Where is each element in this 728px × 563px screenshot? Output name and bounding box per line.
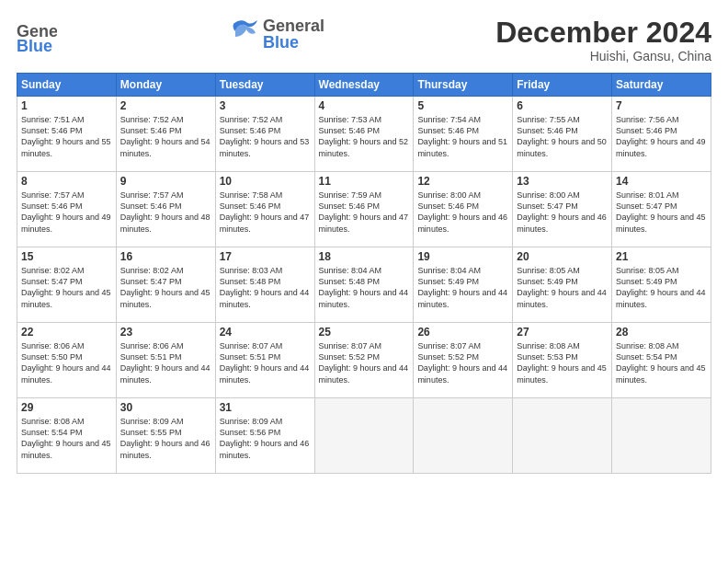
- calendar-cell: 28 Sunrise: 8:08 AMSunset: 5:54 PMDaylig…: [612, 323, 711, 398]
- day-info: Sunrise: 8:07 AMSunset: 5:52 PMDaylight:…: [319, 340, 410, 385]
- bird-logo: [228, 17, 263, 52]
- calendar-cell: 4 Sunrise: 7:53 AMSunset: 5:46 PMDayligh…: [314, 97, 414, 172]
- calendar-cell: 11 Sunrise: 7:59 AMSunset: 5:46 PMDaylig…: [314, 172, 414, 247]
- day-info: Sunrise: 8:02 AMSunset: 5:47 PMDaylight:…: [120, 265, 211, 310]
- logo-blue: Blue: [263, 34, 324, 51]
- day-number: 9: [120, 175, 211, 188]
- calendar-table: SundayMondayTuesdayWednesdayThursdayFrid…: [17, 73, 711, 474]
- calendar-cell: 27 Sunrise: 8:08 AMSunset: 5:53 PMDaylig…: [513, 323, 612, 398]
- day-number: 2: [120, 99, 211, 112]
- day-number: 31: [220, 401, 311, 414]
- calendar-cell: 12 Sunrise: 8:00 AMSunset: 5:46 PMDaylig…: [414, 172, 513, 247]
- calendar-cell: 8 Sunrise: 7:57 AMSunset: 5:46 PMDayligh…: [17, 172, 117, 247]
- day-number: 22: [21, 326, 112, 339]
- calendar-cell: [612, 398, 711, 474]
- day-info: Sunrise: 8:05 AMSunset: 5:49 PMDaylight:…: [517, 265, 608, 310]
- week-row-4: 22 Sunrise: 8:06 AMSunset: 5:50 PMDaylig…: [17, 323, 711, 398]
- calendar-cell: 24 Sunrise: 8:07 AMSunset: 5:51 PMDaylig…: [215, 323, 314, 398]
- day-info: Sunrise: 8:05 AMSunset: 5:49 PMDaylight:…: [616, 265, 707, 310]
- day-info: Sunrise: 8:09 AMSunset: 5:56 PMDaylight:…: [220, 416, 311, 461]
- logo-block: General Blue: [228, 17, 324, 52]
- title-section: December 2024 Huishi, Gansu, China: [495, 17, 711, 63]
- day-info: Sunrise: 7:56 AMSunset: 5:46 PMDaylight:…: [616, 114, 707, 159]
- calendar-cell: 19 Sunrise: 8:04 AMSunset: 5:49 PMDaylig…: [414, 247, 513, 323]
- calendar-cell: [414, 398, 513, 474]
- weekday-header-row: SundayMondayTuesdayWednesdayThursdayFrid…: [17, 74, 711, 97]
- day-number: 28: [616, 326, 707, 339]
- day-info: Sunrise: 8:06 AMSunset: 5:50 PMDaylight:…: [21, 340, 112, 385]
- day-number: 24: [220, 326, 311, 339]
- day-number: 14: [616, 175, 707, 188]
- day-number: 10: [220, 175, 311, 188]
- day-number: 5: [417, 99, 508, 112]
- calendar-cell: 30 Sunrise: 8:09 AMSunset: 5:55 PMDaylig…: [116, 398, 215, 474]
- week-row-5: 29 Sunrise: 8:08 AMSunset: 5:54 PMDaylig…: [17, 398, 711, 474]
- logo: General Blue: [17, 17, 57, 57]
- day-number: 18: [319, 250, 410, 263]
- day-info: Sunrise: 8:07 AMSunset: 5:51 PMDaylight:…: [220, 340, 311, 385]
- week-row-2: 8 Sunrise: 7:57 AMSunset: 5:46 PMDayligh…: [17, 172, 711, 247]
- weekday-wednesday: Wednesday: [314, 74, 414, 97]
- calendar-cell: 26 Sunrise: 8:07 AMSunset: 5:52 PMDaylig…: [414, 323, 513, 398]
- day-number: 7: [616, 99, 707, 112]
- calendar-cell: 20 Sunrise: 8:05 AMSunset: 5:49 PMDaylig…: [513, 247, 612, 323]
- calendar-cell: 22 Sunrise: 8:06 AMSunset: 5:50 PMDaylig…: [17, 323, 117, 398]
- day-number: 26: [417, 326, 508, 339]
- day-info: Sunrise: 8:07 AMSunset: 5:52 PMDaylight:…: [417, 340, 508, 385]
- calendar-cell: 15 Sunrise: 8:02 AMSunset: 5:47 PMDaylig…: [17, 247, 117, 323]
- page: General Blue General Blue December 2024 …: [0, 0, 728, 563]
- day-number: 13: [517, 175, 608, 188]
- calendar-cell: 7 Sunrise: 7:56 AMSunset: 5:46 PMDayligh…: [612, 97, 711, 172]
- calendar-cell: [513, 398, 612, 474]
- calendar-cell: 13 Sunrise: 8:00 AMSunset: 5:47 PMDaylig…: [513, 172, 612, 247]
- day-info: Sunrise: 8:09 AMSunset: 5:55 PMDaylight:…: [120, 416, 211, 461]
- day-number: 11: [319, 175, 410, 188]
- day-info: Sunrise: 7:52 AMSunset: 5:46 PMDaylight:…: [120, 114, 211, 159]
- calendar-cell: 17 Sunrise: 8:03 AMSunset: 5:48 PMDaylig…: [215, 247, 314, 323]
- day-number: 15: [21, 250, 112, 263]
- week-row-1: 1 Sunrise: 7:51 AMSunset: 5:46 PMDayligh…: [17, 97, 711, 172]
- weekday-saturday: Saturday: [612, 74, 711, 97]
- calendar-cell: 16 Sunrise: 8:02 AMSunset: 5:47 PMDaylig…: [116, 247, 215, 323]
- day-number: 30: [120, 401, 211, 414]
- day-info: Sunrise: 7:53 AMSunset: 5:46 PMDaylight:…: [319, 114, 410, 159]
- day-info: Sunrise: 7:57 AMSunset: 5:46 PMDaylight:…: [120, 190, 211, 235]
- week-row-3: 15 Sunrise: 8:02 AMSunset: 5:47 PMDaylig…: [17, 247, 711, 323]
- day-number: 12: [417, 175, 508, 188]
- day-number: 4: [319, 99, 410, 112]
- header: General Blue General Blue December 2024 …: [17, 17, 711, 63]
- calendar-cell: 5 Sunrise: 7:54 AMSunset: 5:46 PMDayligh…: [414, 97, 513, 172]
- weekday-sunday: Sunday: [17, 74, 117, 97]
- calendar-cell: 21 Sunrise: 8:05 AMSunset: 5:49 PMDaylig…: [612, 247, 711, 323]
- day-number: 19: [417, 250, 508, 263]
- weekday-friday: Friday: [513, 74, 612, 97]
- calendar-cell: 29 Sunrise: 8:08 AMSunset: 5:54 PMDaylig…: [17, 398, 117, 474]
- day-info: Sunrise: 7:51 AMSunset: 5:46 PMDaylight:…: [21, 114, 112, 159]
- calendar-cell: 6 Sunrise: 7:55 AMSunset: 5:46 PMDayligh…: [513, 97, 612, 172]
- day-number: 29: [21, 401, 112, 414]
- day-info: Sunrise: 7:55 AMSunset: 5:46 PMDaylight:…: [517, 114, 608, 159]
- calendar-cell: 1 Sunrise: 7:51 AMSunset: 5:46 PMDayligh…: [17, 97, 117, 172]
- day-number: 6: [517, 99, 608, 112]
- day-number: 1: [21, 99, 112, 112]
- day-info: Sunrise: 7:58 AMSunset: 5:46 PMDaylight:…: [220, 190, 311, 235]
- calendar-cell: 9 Sunrise: 7:57 AMSunset: 5:46 PMDayligh…: [116, 172, 215, 247]
- day-info: Sunrise: 8:02 AMSunset: 5:47 PMDaylight:…: [21, 265, 112, 310]
- day-info: Sunrise: 7:52 AMSunset: 5:46 PMDaylight:…: [220, 114, 311, 159]
- day-number: 25: [319, 326, 410, 339]
- day-number: 23: [120, 326, 211, 339]
- day-info: Sunrise: 7:54 AMSunset: 5:46 PMDaylight:…: [417, 114, 508, 159]
- month-title: December 2024: [495, 17, 711, 49]
- day-info: Sunrise: 8:03 AMSunset: 5:48 PMDaylight:…: [220, 265, 311, 310]
- calendar-cell: [314, 398, 414, 474]
- day-number: 17: [220, 250, 311, 263]
- calendar-cell: 23 Sunrise: 8:06 AMSunset: 5:51 PMDaylig…: [116, 323, 215, 398]
- logo-general: General: [263, 17, 324, 34]
- calendar-cell: 25 Sunrise: 8:07 AMSunset: 5:52 PMDaylig…: [314, 323, 414, 398]
- weekday-thursday: Thursday: [414, 74, 513, 97]
- day-info: Sunrise: 7:57 AMSunset: 5:46 PMDaylight:…: [21, 190, 112, 235]
- calendar-cell: 10 Sunrise: 7:58 AMSunset: 5:46 PMDaylig…: [215, 172, 314, 247]
- day-number: 3: [220, 99, 311, 112]
- logo-icon: General Blue: [17, 17, 57, 57]
- calendar-cell: 18 Sunrise: 8:04 AMSunset: 5:48 PMDaylig…: [314, 247, 414, 323]
